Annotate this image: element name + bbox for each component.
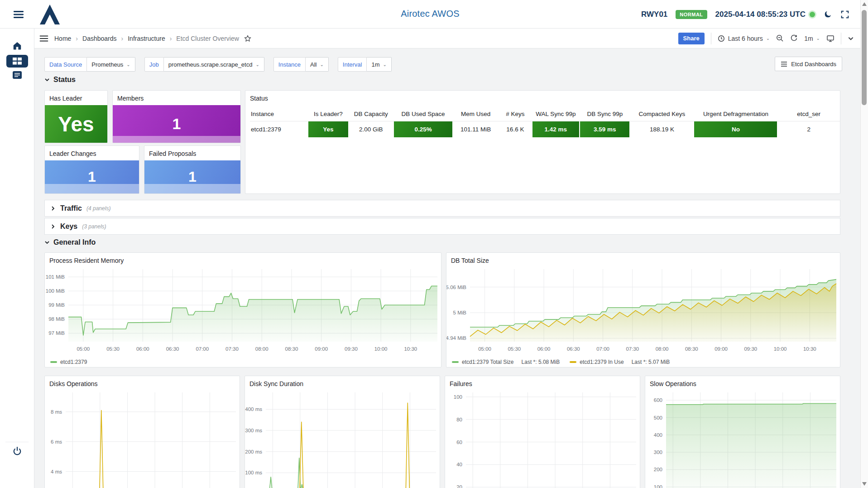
- sidebar-item-home[interactable]: [0, 41, 34, 50]
- zoom-out-button[interactable]: [776, 34, 784, 42]
- moon-icon: [823, 10, 832, 19]
- mega-menu-toggle[interactable]: [39, 34, 49, 43]
- breadcrumb-item[interactable]: Infrastructure: [128, 35, 165, 42]
- svg-text:05:30: 05:30: [508, 346, 521, 352]
- var-job: Job prometheus.scrape.scrape_etcd⌄: [144, 57, 264, 72]
- legend-last-value: Last *: 5.08 MiB: [522, 359, 560, 365]
- share-button[interactable]: Share: [678, 33, 705, 44]
- breadcrumb-item[interactable]: Dashboards: [82, 35, 117, 42]
- instance-dropdown[interactable]: All⌄: [306, 57, 329, 72]
- sidebar-item-dashboards[interactable]: [0, 55, 34, 68]
- section-status-header[interactable]: Status: [44, 76, 76, 84]
- section-keys-row[interactable]: Keys (3 panels): [44, 218, 840, 235]
- section-general-info-header[interactable]: General Info: [44, 238, 96, 246]
- chevron-down-icon: ⌄: [766, 36, 770, 41]
- svg-text:06:00: 06:00: [537, 346, 551, 352]
- svg-text:05:00: 05:00: [478, 346, 491, 352]
- legend-label: etcd1:2379: [60, 359, 87, 365]
- var-label: Instance: [273, 57, 306, 72]
- breadcrumb: Home›Dashboards›Infrastructure›Etcd Clus…: [54, 35, 239, 42]
- vertical-scrollbar: [860, 0, 868, 488]
- stat-panel-has-leader: Has Leader Yes: [44, 90, 108, 143]
- chevron-down-icon: [848, 35, 854, 42]
- left-sidebar: [0, 29, 34, 488]
- chart-panel-process-resident-memory: Process Resident Memory 05:0005:3006:000…: [44, 252, 441, 367]
- sidebar-item-reports[interactable]: [0, 71, 34, 79]
- utc-clock: 2025-04-14 08:55:23 UTC: [715, 10, 815, 19]
- status-table-header: Compacted Keys: [630, 107, 694, 121]
- table-cell: etcd1:2379: [250, 121, 308, 138]
- table-cell: 3.59 ms: [580, 121, 630, 138]
- svg-text:10:00: 10:00: [774, 346, 787, 352]
- svg-text:80: 80: [456, 417, 462, 422]
- var-label: Data Source: [44, 57, 87, 72]
- job-dropdown[interactable]: prometheus.scrape.scrape_etcd⌄: [164, 57, 264, 72]
- menu-hamburger-icon[interactable]: [13, 9, 24, 20]
- db-total-size-chart: 05:0005:3006:0006:3007:0007:3008:0008:30…: [446, 266, 840, 355]
- legend-label: etcd1:2379 Total Size: [462, 359, 514, 365]
- heartbeat-dot-icon: [810, 12, 815, 17]
- time-range-picker[interactable]: Last 6 hours ⌄: [718, 35, 770, 42]
- section-traffic-row[interactable]: Traffic (4 panels): [44, 200, 840, 217]
- dashboard-toolbar: Home›Dashboards›Infrastructure›Etcd Clus…: [34, 29, 860, 48]
- stat-panel-leader-changes: Leader Changes 1: [44, 145, 139, 194]
- dashboards-grid-icon: [13, 58, 22, 65]
- panel-title: Failures: [445, 376, 640, 390]
- refresh-icon: [790, 34, 798, 42]
- breadcrumb-item[interactable]: Home: [54, 35, 71, 42]
- legend-color-dash: [452, 361, 459, 363]
- variables-row: Data Source Prometheus⌄ Job prometheus.s…: [44, 57, 842, 72]
- var-data-source: Data Source Prometheus⌄: [44, 57, 135, 72]
- toolbar-divider: [841, 33, 841, 44]
- svg-text:5 MiB: 5 MiB: [453, 310, 467, 315]
- svg-text:300: 300: [654, 449, 662, 455]
- breadcrumb-item[interactable]: Etcd Cluster Overview: [176, 35, 239, 42]
- stat-value-block: Yes: [45, 105, 107, 143]
- scrollbar-thumb[interactable]: [862, 10, 867, 105]
- hamburger-icon: [39, 34, 49, 43]
- legend-item[interactable]: etcd1:2379: [50, 359, 87, 365]
- chevron-down-icon: [44, 77, 50, 82]
- svg-text:20: 20: [456, 484, 462, 488]
- stat-value-block: 1: [113, 105, 240, 143]
- status-table-header: Mem Used: [453, 107, 499, 121]
- chevron-down-icon: ⌄: [320, 62, 323, 67]
- svg-text:100: 100: [454, 394, 462, 400]
- dark-mode-toggle[interactable]: [823, 10, 832, 19]
- refresh-interval-picker[interactable]: 1m ⌄: [804, 35, 820, 42]
- svg-text:07:00: 07:00: [596, 346, 609, 352]
- app-logo-icon: [39, 4, 61, 25]
- svg-text:5.06 MiB: 5.06 MiB: [446, 285, 466, 290]
- panel-title: Leader Changes: [45, 146, 139, 159]
- chevron-down-icon: ⌄: [126, 62, 130, 67]
- tv-mode-button[interactable]: [826, 34, 834, 43]
- collapse-toolbar-button[interactable]: [848, 35, 854, 42]
- svg-text:8 ms: 8 ms: [51, 409, 62, 415]
- chart-panel-failures: Failures 20406080100: [445, 376, 640, 488]
- svg-text:05:00: 05:00: [77, 346, 90, 352]
- favorite-star-button[interactable]: [244, 34, 252, 43]
- status-table-header: WAL Sync 99p: [532, 107, 580, 121]
- stat-value-block: 1: [144, 160, 240, 193]
- panel-title: Process Resident Memory: [45, 253, 441, 266]
- legend-item[interactable]: etcd1:2379 Total SizeLast *: 5.08 MiB: [452, 359, 560, 365]
- data-source-dropdown[interactable]: Prometheus⌄: [87, 57, 135, 72]
- svg-text:40: 40: [456, 462, 462, 467]
- interval-dropdown[interactable]: 1m⌄: [367, 57, 391, 72]
- legend-item[interactable]: etcd1:2379 In UseLast *: 5.07 MiB: [570, 359, 670, 365]
- svg-text:400 ms: 400 ms: [245, 406, 262, 412]
- sidebar-item-logout[interactable]: [0, 446, 34, 456]
- home-icon: [12, 41, 22, 50]
- refresh-button[interactable]: [790, 34, 798, 42]
- svg-text:10:30: 10:30: [803, 346, 816, 352]
- legend-color-dash: [570, 361, 576, 363]
- scroll-up-arrow[interactable]: [862, 2, 867, 6]
- status-table-header: Is Leader?: [308, 107, 348, 121]
- legend-label: etcd1:2379 In Use: [580, 359, 623, 365]
- chevron-down-icon: ⌄: [383, 62, 387, 67]
- etcd-dashboards-button[interactable]: Etcd Dashboards: [775, 57, 842, 71]
- scroll-down-arrow[interactable]: [862, 482, 867, 486]
- fullscreen-button[interactable]: [840, 10, 849, 19]
- svg-text:08:00: 08:00: [255, 346, 269, 352]
- svg-text:4.94 MiB: 4.94 MiB: [446, 335, 466, 341]
